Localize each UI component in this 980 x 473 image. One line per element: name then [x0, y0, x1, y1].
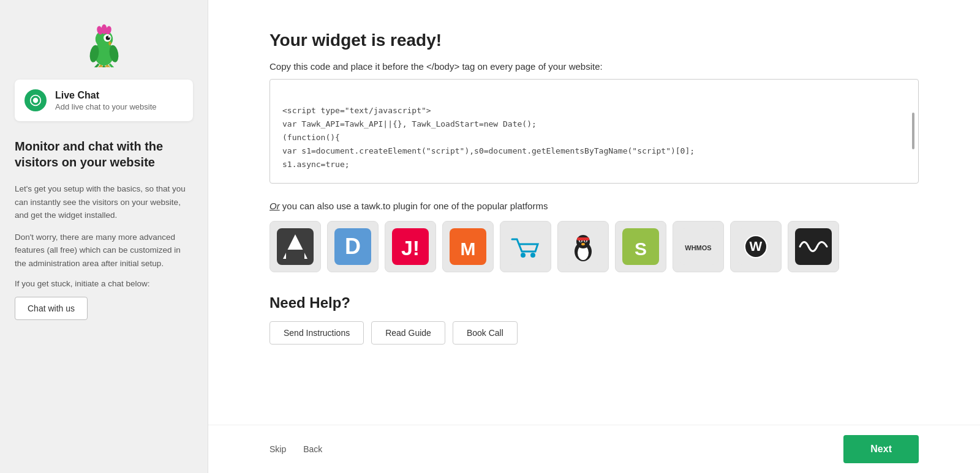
- plugin-whmcs[interactable]: WHMOS: [673, 221, 724, 272]
- live-chat-icon: [24, 89, 47, 111]
- svg-text:WHMOS: WHMOS: [685, 244, 711, 251]
- svg-point-33: [576, 235, 590, 248]
- plugin-shopify[interactable]: S: [615, 221, 666, 272]
- plugin-label-text: you can also use a tawk.to plugin for on…: [282, 201, 548, 211]
- svg-point-17: [33, 98, 38, 103]
- code-instruction: Copy this code and place it before the <…: [270, 61, 919, 72]
- svg-point-7: [108, 36, 110, 38]
- main-panel: Your widget is ready! Copy this code and…: [208, 0, 980, 473]
- sidebar: Live Chat Add live chat to your website …: [0, 0, 208, 473]
- plugins-grid: D J! M: [270, 221, 919, 272]
- plugin-other[interactable]: [788, 221, 839, 272]
- code-snippet-text: <script type="text/javascript"> var Tawk…: [282, 91, 906, 172]
- book-call-button[interactable]: Book Call: [453, 321, 518, 345]
- or-text: Or: [270, 201, 280, 211]
- main-footer: Skip Back Next: [208, 425, 980, 473]
- svg-text:S: S: [635, 239, 647, 259]
- svg-point-38: [581, 243, 585, 245]
- svg-rect-39: [577, 237, 589, 240]
- sidebar-stuck-text: If you get stuck, initiate a chat below:: [15, 279, 150, 288]
- live-chat-title: Live Chat: [55, 90, 156, 101]
- svg-text:J!: J!: [401, 236, 420, 259]
- parrot-mascot: [80, 18, 129, 67]
- live-chat-card: Live Chat Add live chat to your website: [15, 80, 193, 121]
- plugin-wordpress[interactable]: W: [730, 221, 782, 272]
- sidebar-desc-1: Let's get you setup with the basics, so …: [15, 182, 193, 222]
- widget-ready-title: Your widget is ready!: [270, 31, 919, 50]
- plugin-toonimo[interactable]: [557, 221, 609, 272]
- help-buttons-container: Send Instructions Read Guide Book Call: [270, 321, 919, 345]
- scrollbar: [912, 113, 914, 149]
- plugin-opencart[interactable]: [500, 221, 551, 272]
- sidebar-desc-2: Don't worry, there are many more advance…: [15, 231, 193, 270]
- logo-area: [15, 18, 193, 67]
- plugin-drupal[interactable]: D: [327, 221, 379, 272]
- svg-rect-20: [286, 250, 304, 259]
- plugin-label: Or you can also use a tawk.to plugin for…: [270, 201, 919, 211]
- need-help-title: Need Help?: [270, 294, 919, 311]
- svg-text:M: M: [461, 239, 476, 259]
- svg-point-29: [530, 253, 535, 258]
- code-snippet-box[interactable]: <script type="text/javascript"> var Tawk…: [270, 79, 919, 184]
- plugin-magento[interactable]: M: [442, 221, 494, 272]
- chat-with-us-button[interactable]: Chat with us: [15, 297, 88, 320]
- sidebar-heading: Monitor and chat with the visitors on yo…: [15, 138, 193, 170]
- skip-button[interactable]: Skip: [270, 444, 286, 454]
- send-instructions-button[interactable]: Send Instructions: [270, 321, 364, 345]
- svg-text:D: D: [345, 234, 361, 259]
- live-chat-description: Add live chat to your website: [55, 102, 156, 111]
- main-content: Your widget is ready! Copy this code and…: [208, 0, 980, 425]
- svg-rect-27: [507, 228, 544, 265]
- svg-point-28: [521, 253, 526, 258]
- plugin-builder[interactable]: [270, 221, 321, 272]
- back-button[interactable]: Back: [303, 444, 322, 454]
- footer-left-links: Skip Back: [270, 444, 322, 454]
- plugin-joomla[interactable]: J!: [385, 221, 436, 272]
- live-chat-text: Live Chat Add live chat to your website: [55, 90, 156, 111]
- svg-text:W: W: [750, 239, 763, 254]
- read-guide-button[interactable]: Read Guide: [371, 321, 445, 345]
- next-button[interactable]: Next: [843, 435, 919, 463]
